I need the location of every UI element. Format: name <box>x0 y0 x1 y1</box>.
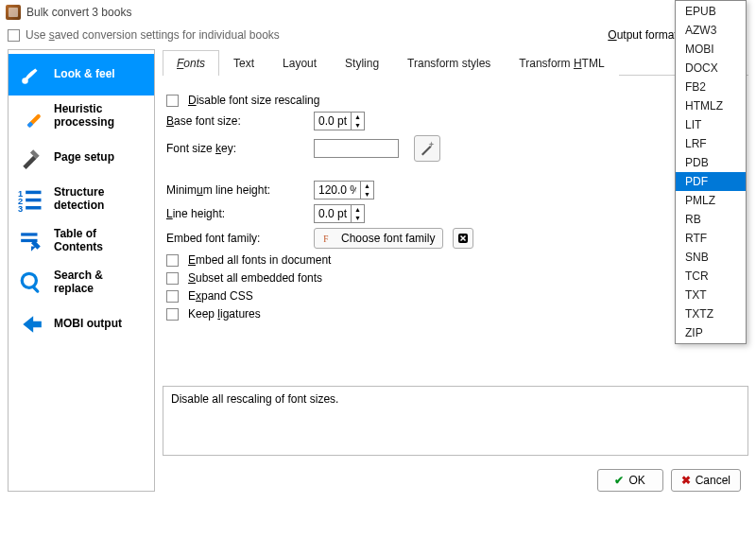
tabs: Fonts Text Layout Styling Transform styl… <box>163 49 748 76</box>
min-line-height-input[interactable]: ▲▼ <box>314 181 374 200</box>
svg-point-0 <box>22 78 28 84</box>
sidebar-item-label: Table ofContents <box>54 228 103 254</box>
format-option-txtz[interactable]: TXTZ <box>676 304 746 323</box>
x-icon: ✖ <box>681 474 691 487</box>
embed-family-label: Embed font family: <box>166 232 304 245</box>
spin-down-icon[interactable]: ▼ <box>361 190 373 199</box>
svg-rect-6 <box>26 191 41 195</box>
footer: ✔ OK ✖ Cancel <box>163 463 748 492</box>
format-option-lrf[interactable]: LRF <box>676 134 746 153</box>
right-column: Fonts Text Layout Styling Transform styl… <box>163 49 748 492</box>
search-icon <box>18 269 44 296</box>
tab-styling[interactable]: Styling <box>331 50 393 76</box>
format-option-zip[interactable]: ZIP <box>676 323 746 342</box>
embed-all-checkbox[interactable]: Embed all fonts in document <box>166 253 745 267</box>
tools-icon <box>18 145 44 171</box>
top-row: Use saved conversion settings for indivi… <box>0 25 756 49</box>
format-option-htmlz[interactable]: HTMLZ <box>676 96 746 115</box>
format-option-docx[interactable]: DOCX <box>676 59 746 78</box>
sidebar-item-label: Page setup <box>54 151 114 165</box>
format-option-txt[interactable]: TXT <box>676 286 746 304</box>
cancel-label: Cancel <box>696 474 730 487</box>
help-box: Disable all rescaling of font sizes. <box>163 386 748 456</box>
output-format-label: Output format: <box>608 28 680 42</box>
format-option-lit[interactable]: LIT <box>676 115 746 134</box>
tab-transform-styles[interactable]: Transform styles <box>393 50 505 76</box>
sidebar: Look & feel Heuristicprocessing Page set… <box>8 49 155 492</box>
font-icon: F <box>322 232 335 245</box>
embed-all-label: Embed all fonts in document <box>188 253 331 267</box>
sidebar-item-label: Search &replace <box>54 269 103 296</box>
spin-down-icon[interactable]: ▼ <box>352 214 364 222</box>
output-format-dropdown[interactable]: EPUBAZW3MOBIDOCXFB2HTMLZLITLRFPDBPDFPMLZ… <box>675 0 747 344</box>
line-height-input[interactable]: ▲▼ <box>314 204 365 223</box>
svg-text:3: 3 <box>18 204 23 213</box>
format-option-pdb[interactable]: PDB <box>676 153 746 172</box>
choose-font-button[interactable]: F Choose font family <box>314 228 443 249</box>
svg-rect-9 <box>21 233 37 235</box>
format-option-azw3[interactable]: AZW3 <box>676 21 746 40</box>
list-numbered-icon: 123 <box>18 186 44 213</box>
format-option-mobi[interactable]: MOBI <box>676 40 746 59</box>
format-option-fb2[interactable]: FB2 <box>676 78 746 96</box>
tab-fonts[interactable]: Fonts <box>163 50 219 76</box>
subset-label: Subset all embedded fonts <box>188 271 322 285</box>
base-font-size-label: Base font size: <box>166 114 304 128</box>
format-option-pmlz[interactable]: PMLZ <box>676 191 746 210</box>
sidebar-item-page-setup[interactable]: Page setup <box>9 137 154 179</box>
keep-ligatures-checkbox[interactable]: Keep ligatures <box>166 307 745 321</box>
format-option-tcr[interactable]: TCR <box>676 267 746 286</box>
toc-icon <box>18 228 44 254</box>
disable-rescaling-checkbox[interactable]: Disable font size rescaling <box>166 94 745 107</box>
tab-text[interactable]: Text <box>219 50 268 76</box>
format-option-snb[interactable]: SNB <box>676 248 746 267</box>
sidebar-item-search-replace[interactable]: Search &replace <box>9 262 154 304</box>
svg-text:F: F <box>323 234 328 244</box>
sidebar-item-mobi-output[interactable]: MOBI output <box>9 304 154 345</box>
expand-css-checkbox[interactable]: Expand CSS <box>166 289 745 303</box>
sidebar-item-look-and-feel[interactable]: Look & feel <box>9 54 154 95</box>
svg-rect-8 <box>26 206 41 210</box>
wizard-button[interactable] <box>414 135 440 162</box>
ok-button[interactable]: ✔ OK <box>597 469 663 492</box>
checkbox-icon <box>166 308 179 321</box>
disable-rescaling-label: Disable font size rescaling <box>188 94 319 107</box>
format-option-epub[interactable]: EPUB <box>676 2 746 21</box>
base-font-size-input[interactable]: ▲▼ <box>314 112 365 130</box>
format-option-rb[interactable]: RB <box>676 210 746 229</box>
sidebar-item-label: Structuredetection <box>54 186 104 213</box>
cancel-button[interactable]: ✖ Cancel <box>671 469 741 492</box>
fonts-panel: Disable font size rescaling Base font si… <box>163 83 748 378</box>
sidebar-item-structure[interactable]: 123 Structuredetection <box>9 179 154 220</box>
subset-checkbox[interactable]: Subset all embedded fonts <box>166 271 745 285</box>
check-icon: ✔ <box>614 474 624 487</box>
svg-rect-7 <box>26 199 41 202</box>
checkbox-icon <box>166 254 179 267</box>
ok-label: OK <box>628 474 644 487</box>
format-option-rtf[interactable]: RTF <box>676 229 746 248</box>
svg-point-11 <box>22 273 36 287</box>
spin-up-icon[interactable]: ▲ <box>352 113 364 121</box>
sidebar-item-toc[interactable]: Table ofContents <box>9 220 154 262</box>
spin-down-icon[interactable]: ▼ <box>352 121 364 130</box>
sidebar-item-label: Look & feel <box>54 68 115 81</box>
tab-transform-html[interactable]: Transform HTML <box>505 50 618 76</box>
brush-icon <box>18 61 44 88</box>
spin-up-icon[interactable]: ▲ <box>361 182 373 190</box>
saved-settings-label: Use saved conversion settings for indivi… <box>26 28 280 42</box>
clear-icon <box>457 233 469 244</box>
sidebar-item-heuristic[interactable]: Heuristicprocessing <box>9 95 154 137</box>
pencil-icon <box>18 103 44 130</box>
format-option-pdf[interactable]: PDF <box>676 172 746 191</box>
saved-settings-checkbox[interactable]: Use saved conversion settings for indivi… <box>8 28 280 42</box>
spin-up-icon[interactable]: ▲ <box>352 205 364 214</box>
keep-ligatures-label: Keep ligatures <box>188 307 261 321</box>
clear-font-button[interactable] <box>453 228 473 249</box>
titlebar: Bulk convert 3 books <box>0 0 756 25</box>
font-size-key-input[interactable] <box>314 139 399 158</box>
window-title: Bulk convert 3 books <box>26 6 131 19</box>
tab-layout[interactable]: Layout <box>268 50 331 76</box>
sidebar-item-label: MOBI output <box>54 318 122 331</box>
line-height-label: Line height: <box>166 207 304 220</box>
main: Look & feel Heuristicprocessing Page set… <box>0 49 756 492</box>
